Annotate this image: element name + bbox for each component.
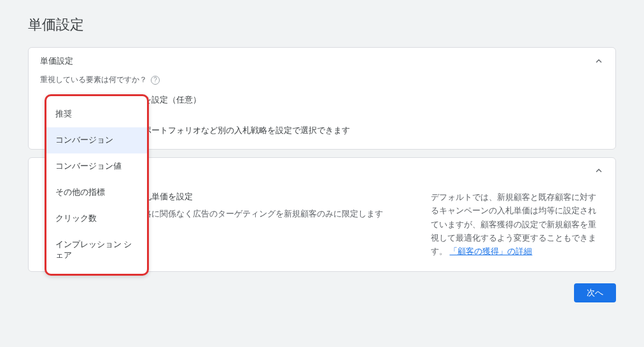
dropdown-item[interactable]: その他の指標 <box>46 180 147 206</box>
customer-acquisition-link[interactable]: 「顧客の獲得」の詳細 <box>449 247 532 256</box>
panel2-left-title: 札単価を設定 <box>143 191 410 202</box>
dropdown-item[interactable]: インプレッション シェア <box>46 232 147 269</box>
panel2-right-note: デフォルトでは、新規顧客と既存顧客に対するキャンペーンの入札単価は均等に設定され… <box>431 191 604 258</box>
dropdown-item[interactable]: 推奨 <box>46 101 147 127</box>
chevron-up-icon[interactable] <box>594 56 604 66</box>
line-portfolio-note: ポートフォリオなど別の入札戦略を設定で選択できます <box>143 125 604 136</box>
focus-question-label: 重視している要素は何ですか？ <box>40 74 147 85</box>
dropdown-item[interactable]: コンバージョン値 <box>46 153 147 180</box>
chevron-up-icon[interactable] <box>594 166 604 176</box>
page-title: 単価設定 <box>28 15 616 34</box>
focus-dropdown[interactable]: 推奨コンバージョンコンバージョン値その他の指標クリック数インプレッション シェア <box>45 94 149 276</box>
next-button[interactable]: 次へ <box>574 283 616 302</box>
panel-header[interactable]: 単価設定 <box>29 48 615 74</box>
dropdown-item[interactable]: クリック数 <box>46 206 147 232</box>
help-icon[interactable]: ? <box>151 76 160 85</box>
dropdown-item[interactable]: コンバージョン <box>46 127 147 153</box>
panel2-left-sub: 略に関係なく広告のターゲティングを新規顧客のみに限定します <box>143 209 410 220</box>
panel-header-title: 単価設定 <box>40 55 73 67</box>
line-set-optional: を設定（任意） <box>143 94 604 106</box>
